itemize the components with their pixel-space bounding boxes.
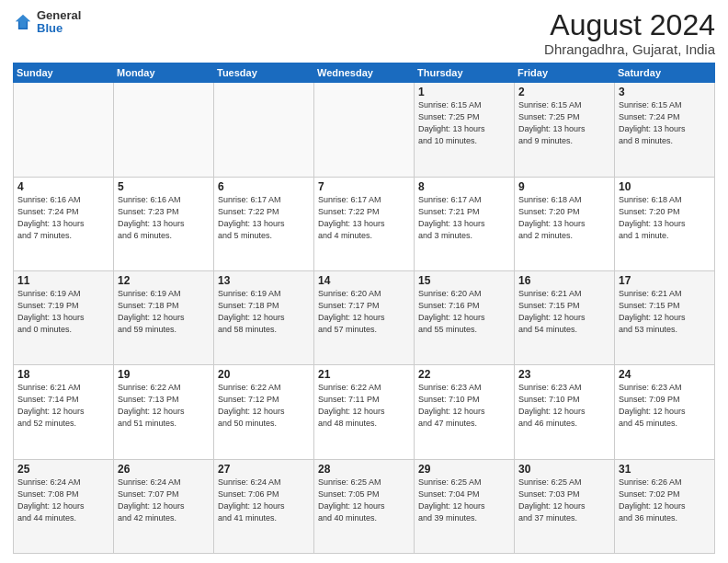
week-row-5: 25Sunrise: 6:24 AM Sunset: 7:08 PM Dayli… <box>14 459 715 553</box>
column-header-monday: Monday <box>114 63 214 83</box>
day-info: Sunrise: 6:25 AM Sunset: 7:04 PM Dayligh… <box>418 477 510 524</box>
week-row-2: 4Sunrise: 6:16 AM Sunset: 7:24 PM Daylig… <box>14 177 715 270</box>
day-cell: 23Sunrise: 6:23 AM Sunset: 7:10 PM Dayli… <box>515 365 615 459</box>
day-cell: 17Sunrise: 6:21 AM Sunset: 7:15 PM Dayli… <box>615 270 715 364</box>
day-info: Sunrise: 6:22 AM Sunset: 7:12 PM Dayligh… <box>218 382 310 430</box>
day-number: 3 <box>619 86 711 98</box>
day-number: 18 <box>17 368 109 381</box>
page: General Blue August 2024 Dhrangadhra, Gu… <box>0 0 728 563</box>
day-cell: 30Sunrise: 6:25 AM Sunset: 7:03 PM Dayli… <box>515 459 615 553</box>
day-number: 21 <box>318 368 410 381</box>
week-row-4: 18Sunrise: 6:21 AM Sunset: 7:14 PM Dayli… <box>14 365 715 459</box>
day-cell: 29Sunrise: 6:25 AM Sunset: 7:04 PM Dayli… <box>415 459 515 553</box>
logo: General Blue <box>13 9 81 36</box>
day-cell: 16Sunrise: 6:21 AM Sunset: 7:15 PM Dayli… <box>515 270 615 364</box>
day-cell: 4Sunrise: 6:16 AM Sunset: 7:24 PM Daylig… <box>14 177 114 270</box>
day-cell: 19Sunrise: 6:22 AM Sunset: 7:13 PM Dayli… <box>114 365 214 459</box>
day-info: Sunrise: 6:20 AM Sunset: 7:17 PM Dayligh… <box>318 288 410 336</box>
column-header-thursday: Thursday <box>415 63 515 83</box>
day-number: 12 <box>118 274 210 287</box>
header-row: SundayMondayTuesdayWednesdayThursdayFrid… <box>14 63 715 83</box>
calendar-header: SundayMondayTuesdayWednesdayThursdayFrid… <box>14 63 715 83</box>
day-number: 29 <box>418 463 510 476</box>
logo-text: General Blue <box>37 9 81 36</box>
day-cell: 22Sunrise: 6:23 AM Sunset: 7:10 PM Dayli… <box>415 365 515 459</box>
day-info: Sunrise: 6:22 AM Sunset: 7:11 PM Dayligh… <box>318 382 410 430</box>
day-cell: 6Sunrise: 6:17 AM Sunset: 7:22 PM Daylig… <box>214 177 314 270</box>
day-number: 27 <box>218 463 310 476</box>
day-number: 19 <box>118 368 210 381</box>
header: General Blue August 2024 Dhrangadhra, Gu… <box>13 9 715 57</box>
day-info: Sunrise: 6:17 AM Sunset: 7:22 PM Dayligh… <box>318 194 410 242</box>
day-number: 11 <box>17 274 109 287</box>
day-number: 28 <box>318 463 410 476</box>
day-info: Sunrise: 6:24 AM Sunset: 7:07 PM Dayligh… <box>118 477 210 524</box>
day-cell <box>314 83 415 177</box>
day-number: 2 <box>518 86 610 98</box>
day-cell: 27Sunrise: 6:24 AM Sunset: 7:06 PM Dayli… <box>214 459 314 553</box>
day-cell: 5Sunrise: 6:16 AM Sunset: 7:23 PM Daylig… <box>114 177 214 270</box>
day-cell: 10Sunrise: 6:18 AM Sunset: 7:20 PM Dayli… <box>615 177 715 270</box>
title-block: August 2024 Dhrangadhra, Gujarat, India <box>544 9 715 57</box>
day-cell: 21Sunrise: 6:22 AM Sunset: 7:11 PM Dayli… <box>314 365 415 459</box>
day-info: Sunrise: 6:21 AM Sunset: 7:15 PM Dayligh… <box>619 288 711 336</box>
day-cell: 14Sunrise: 6:20 AM Sunset: 7:17 PM Dayli… <box>314 270 415 364</box>
day-number: 13 <box>218 274 310 287</box>
day-info: Sunrise: 6:15 AM Sunset: 7:25 PM Dayligh… <box>518 99 610 147</box>
day-number: 9 <box>518 180 610 193</box>
day-number: 15 <box>418 274 510 287</box>
day-info: Sunrise: 6:23 AM Sunset: 7:10 PM Dayligh… <box>418 382 510 430</box>
day-info: Sunrise: 6:23 AM Sunset: 7:10 PM Dayligh… <box>518 382 610 430</box>
week-row-1: 1Sunrise: 6:15 AM Sunset: 7:25 PM Daylig… <box>14 83 715 177</box>
day-number: 10 <box>619 180 711 193</box>
day-cell <box>14 83 114 177</box>
day-number: 16 <box>518 274 610 287</box>
day-number: 8 <box>418 180 510 193</box>
day-info: Sunrise: 6:18 AM Sunset: 7:20 PM Dayligh… <box>518 194 610 242</box>
day-info: Sunrise: 6:25 AM Sunset: 7:03 PM Dayligh… <box>518 477 610 524</box>
logo-general-text: General <box>37 9 81 22</box>
calendar-subtitle: Dhrangadhra, Gujarat, India <box>544 41 715 57</box>
day-cell: 2Sunrise: 6:15 AM Sunset: 7:25 PM Daylig… <box>515 83 615 177</box>
day-cell: 9Sunrise: 6:18 AM Sunset: 7:20 PM Daylig… <box>515 177 615 270</box>
day-info: Sunrise: 6:21 AM Sunset: 7:14 PM Dayligh… <box>17 382 109 430</box>
week-row-3: 11Sunrise: 6:19 AM Sunset: 7:19 PM Dayli… <box>14 270 715 364</box>
day-info: Sunrise: 6:17 AM Sunset: 7:22 PM Dayligh… <box>218 194 310 242</box>
day-cell <box>214 83 314 177</box>
calendar-title: August 2024 <box>544 9 715 41</box>
day-info: Sunrise: 6:15 AM Sunset: 7:25 PM Dayligh… <box>418 99 510 147</box>
day-number: 14 <box>318 274 410 287</box>
day-cell: 25Sunrise: 6:24 AM Sunset: 7:08 PM Dayli… <box>14 459 114 553</box>
day-number: 4 <box>17 180 109 193</box>
day-cell <box>114 83 214 177</box>
day-cell: 31Sunrise: 6:26 AM Sunset: 7:02 PM Dayli… <box>615 459 715 553</box>
day-info: Sunrise: 6:19 AM Sunset: 7:18 PM Dayligh… <box>218 288 310 336</box>
calendar-table: SundayMondayTuesdayWednesdayThursdayFrid… <box>13 63 715 554</box>
day-number: 30 <box>518 463 610 476</box>
day-number: 17 <box>619 274 711 287</box>
day-info: Sunrise: 6:22 AM Sunset: 7:13 PM Dayligh… <box>118 382 210 430</box>
day-info: Sunrise: 6:24 AM Sunset: 7:06 PM Dayligh… <box>218 477 310 524</box>
day-info: Sunrise: 6:17 AM Sunset: 7:21 PM Dayligh… <box>418 194 510 242</box>
calendar-body: 1Sunrise: 6:15 AM Sunset: 7:25 PM Daylig… <box>14 83 715 554</box>
day-number: 22 <box>418 368 510 381</box>
column-header-saturday: Saturday <box>615 63 715 83</box>
day-number: 7 <box>318 180 410 193</box>
day-number: 25 <box>17 463 109 476</box>
day-info: Sunrise: 6:18 AM Sunset: 7:20 PM Dayligh… <box>619 194 711 242</box>
day-info: Sunrise: 6:24 AM Sunset: 7:08 PM Dayligh… <box>17 477 109 524</box>
day-cell: 3Sunrise: 6:15 AM Sunset: 7:24 PM Daylig… <box>615 83 715 177</box>
day-cell: 13Sunrise: 6:19 AM Sunset: 7:18 PM Dayli… <box>214 270 314 364</box>
day-info: Sunrise: 6:26 AM Sunset: 7:02 PM Dayligh… <box>619 477 711 524</box>
day-info: Sunrise: 6:19 AM Sunset: 7:18 PM Dayligh… <box>118 288 210 336</box>
day-info: Sunrise: 6:16 AM Sunset: 7:23 PM Dayligh… <box>118 194 210 242</box>
day-number: 23 <box>518 368 610 381</box>
column-header-wednesday: Wednesday <box>314 63 415 83</box>
day-cell: 7Sunrise: 6:17 AM Sunset: 7:22 PM Daylig… <box>314 177 415 270</box>
day-info: Sunrise: 6:19 AM Sunset: 7:19 PM Dayligh… <box>17 288 109 336</box>
day-cell: 12Sunrise: 6:19 AM Sunset: 7:18 PM Dayli… <box>114 270 214 364</box>
day-info: Sunrise: 6:15 AM Sunset: 7:24 PM Dayligh… <box>619 99 711 147</box>
day-number: 6 <box>218 180 310 193</box>
logo-icon <box>13 12 33 32</box>
day-cell: 24Sunrise: 6:23 AM Sunset: 7:09 PM Dayli… <box>615 365 715 459</box>
